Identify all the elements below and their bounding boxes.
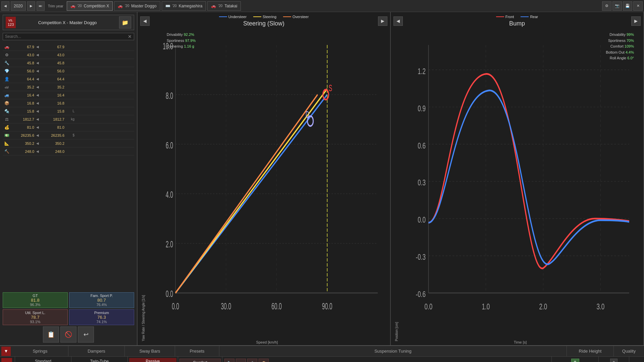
stat9-arrow: ◀: [34, 117, 41, 121]
cat-gt-name: GT: [5, 294, 65, 298]
stats-row-12: 📐 350.2 ◀ 350.2: [3, 139, 134, 147]
tuning-icon-box[interactable]: 📦: [259, 359, 269, 362]
bump-prev-btn[interactable]: ◀: [393, 16, 403, 26]
year-next-btn[interactable]: ▶: [27, 1, 35, 11]
left-header: vs. 123 Competition X - Master Doggo 📁: [3, 15, 134, 30]
understeer-label: Understeer: [228, 15, 247, 19]
steering-chart-header: ◀ Understeer Steering Overst: [140, 15, 387, 27]
stat0-arrow: ◀: [34, 45, 41, 49]
stat3-v1: 56.0: [11, 69, 34, 73]
folder-btn[interactable]: 📁: [119, 16, 131, 28]
search-clear-btn[interactable]: ✕: [128, 34, 132, 39]
tuning-icon-car[interactable]: 🏎: [236, 359, 246, 362]
stat6-v1: 16.4: [11, 93, 34, 97]
presets-title-header: Presets: [175, 346, 219, 356]
stat11-v2: 26235.6: [41, 133, 64, 137]
left-panel: vs. 123 Competition X - Master Doggo 📁 ✕…: [0, 12, 138, 345]
block-action-btn[interactable]: 🚫: [60, 326, 76, 343]
category-fsp[interactable]: Fam. Sport P. 80.7 76.4%: [69, 292, 134, 308]
driv-val: 92.2%: [184, 33, 194, 37]
stat4-v1: 64.4: [11, 77, 34, 81]
svg-text:2.0: 2.0: [166, 239, 173, 250]
cat-usl-name: Util. Sport L.: [5, 311, 65, 315]
stat8-unit: L: [64, 109, 74, 113]
steering-prev-btn[interactable]: ◀: [140, 16, 150, 26]
sway-passive[interactable]: Passive: [129, 358, 176, 362]
stat12-arrow: ◀: [34, 141, 41, 145]
svg-text:D: D: [306, 110, 309, 120]
bump-stats: Drivability 99% Sportiness 70% Comfort 1…: [606, 32, 634, 61]
close-btn[interactable]: ✕: [633, 1, 643, 11]
bottom-expand-btn[interactable]: ▼: [1, 347, 11, 356]
stat4-arrow: ◀: [34, 77, 41, 81]
bump-bottom-out: Bottom Out 4.4%: [606, 50, 634, 56]
preset-comfort[interactable]: Comfort: [179, 359, 221, 362]
tab3-icon: ⌨️: [165, 4, 170, 8]
spring-standard[interactable]: Standard: [16, 358, 70, 362]
steering-next-btn[interactable]: ▶: [378, 16, 387, 26]
comparison-title: Competition X - Master Doggo: [16, 20, 119, 25]
top-bar: ◀ 2020 ▶ ⏭ Trim year 🚗 '20 Competition X…: [0, 0, 644, 12]
damper-twin-tube[interactable]: Twin-Tube: [73, 358, 126, 362]
svg-text:6.0: 6.0: [166, 140, 173, 150]
category-usl[interactable]: Util. Sport L. 78.7 93.1%: [3, 309, 68, 325]
rear-line: [521, 16, 529, 17]
list-action-btn[interactable]: 📋: [43, 326, 59, 343]
category-premium[interactable]: Premium 76.3 74.1%: [69, 309, 134, 325]
tab4-name: Tatakai: [224, 4, 237, 8]
steering-drivability: Drivability 92.2%: [167, 32, 196, 38]
tab2-year: '20: [125, 4, 129, 8]
cat-usl-pct: 93.1%: [5, 320, 65, 324]
year-prev-btn[interactable]: ◀: [1, 1, 9, 11]
quality-top-plus[interactable]: +: [610, 359, 618, 362]
ride-height-plus-btn[interactable]: +: [571, 359, 579, 362]
svg-text:90.0: 90.0: [322, 301, 332, 312]
stat13-v2: 248.0: [41, 149, 64, 154]
main-area: vs. 123 Competition X - Master Doggo 📁 ✕…: [0, 12, 644, 345]
stat8-arrow: ◀: [34, 109, 41, 113]
undo-action-btn[interactable]: ↩: [78, 326, 94, 343]
stat1-arrow: ◀: [34, 53, 41, 57]
stat6-icon: 🚙: [3, 93, 11, 98]
cat-fsp-pct: 76.4%: [71, 303, 132, 307]
steering-chart-panel: ◀ Understeer Steering Overst: [138, 12, 391, 345]
stats-row-5: 🏎 35.2 ◀ 35.2: [3, 83, 134, 91]
bump-chart-title: Bump: [509, 20, 525, 27]
search-input[interactable]: [5, 34, 128, 39]
legend-steering: Steering: [253, 15, 276, 19]
svg-text:0.0: 0.0: [425, 302, 433, 311]
svg-text:3.0: 3.0: [596, 302, 604, 311]
search-bar: ✕: [3, 33, 134, 40]
stat11-arrow: ◀: [34, 133, 41, 137]
vs-badge: vs. 123: [6, 17, 16, 28]
tab-tatakai[interactable]: 🚗 '20 Tatakai: [207, 1, 241, 11]
tuning-column: 🔧 🏎 ➕ 📦 🚗 🚙 Camber − + − +: [222, 357, 552, 362]
stat6-v2: 16.4: [41, 93, 64, 97]
year-last-btn[interactable]: ⏭: [37, 1, 45, 11]
svg-text:S: S: [329, 83, 332, 94]
tab4-icon: 🚗: [211, 4, 216, 8]
category-gt[interactable]: GT 81.8 96.3%: [3, 292, 68, 308]
svg-text:4.0: 4.0: [166, 190, 173, 200]
tuning-icon-wrench[interactable]: 🔧: [224, 359, 234, 362]
tab-competition-x[interactable]: 🚗 '20 Competition X: [67, 1, 113, 11]
legend-front: Front: [496, 15, 514, 19]
camera-btn[interactable]: 📷: [612, 1, 622, 11]
front-line: [496, 16, 504, 17]
svg-text:1.0: 1.0: [482, 302, 490, 311]
bottom-left-nav-btn[interactable]: ◀: [1, 358, 12, 362]
ride-height-column: + 184.0 mm + −: [552, 357, 599, 362]
save-btn[interactable]: 💾: [623, 1, 632, 11]
tab2-name: Master Doggo: [131, 4, 156, 8]
tuning-title-header: Suspension Tuning: [219, 346, 567, 356]
bump-next-btn[interactable]: ▶: [631, 16, 641, 26]
stat0-v2: 67.9: [41, 45, 64, 49]
tab-master-doggo[interactable]: 🚗 '20 Master Doggo: [114, 1, 160, 11]
stats-row-11: 💵 26235.6 ◀ 26235.6 $: [3, 131, 134, 139]
tab-kamegashira[interactable]: ⌨️ '20 Kamegashira: [162, 1, 206, 11]
rear-label: Rear: [530, 15, 538, 19]
settings-btn[interactable]: ⚙: [602, 1, 611, 11]
category-cards: GT 81.8 96.3% Fam. Sport P. 80.7 76.4% U…: [3, 292, 134, 325]
tuning-icon-plus[interactable]: ➕: [247, 359, 257, 362]
bump-svg: -0.6 -0.3 0.0 0.3 0.6 0.9 1.2 0.0 1.0 2.…: [400, 28, 641, 343]
